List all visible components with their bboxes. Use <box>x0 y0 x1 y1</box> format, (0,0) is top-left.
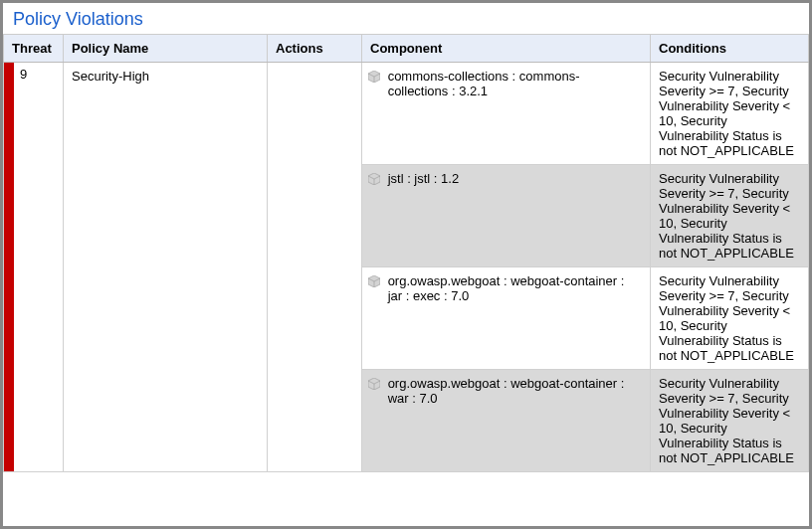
component-name: org.owasp.webgoat : webgoat-container : … <box>388 273 640 303</box>
policy-name-cell: Security-High <box>64 63 268 472</box>
component-cell: jstl : jstl : 1.2 <box>362 165 651 267</box>
actions-cell <box>268 63 362 472</box>
component-name: commons-collections : commons-collection… <box>388 69 640 98</box>
package-icon <box>368 275 380 287</box>
col-threat[interactable]: Threat <box>4 35 64 63</box>
table-header-row: Threat Policy Name Actions Component Con… <box>4 35 809 63</box>
col-actions[interactable]: Actions <box>268 35 362 63</box>
col-policy[interactable]: Policy Name <box>64 35 268 63</box>
conditions-cell: Security Vulnerability Severity >= 7, Se… <box>651 267 809 370</box>
conditions-cell: Security Vulnerability Severity >= 7, Se… <box>651 63 809 165</box>
package-icon <box>368 71 380 83</box>
conditions-cell: Security Vulnerability Severity >= 7, Se… <box>651 165 809 267</box>
conditions-cell: Security Vulnerability Severity >= 7, Se… <box>651 370 809 472</box>
package-icon <box>368 173 380 185</box>
section-title: Policy Violations <box>3 3 809 34</box>
component-name: org.owasp.webgoat : webgoat-container : … <box>388 376 640 406</box>
col-conditions[interactable]: Conditions <box>651 35 809 63</box>
component-cell: org.owasp.webgoat : webgoat-container : … <box>362 267 651 370</box>
table-row[interactable]: 9 Security-High commons-collections : co… <box>4 63 809 165</box>
component-cell: commons-collections : commons-collection… <box>362 63 651 165</box>
threat-cell: 9 <box>4 63 64 472</box>
col-component[interactable]: Component <box>362 35 651 63</box>
component-cell: org.owasp.webgoat : webgoat-container : … <box>362 370 651 472</box>
app-frame: Policy Violations Threat Policy Name Act… <box>0 0 812 529</box>
package-icon <box>368 378 380 390</box>
component-name: jstl : jstl : 1.2 <box>388 171 640 186</box>
violations-table: Threat Policy Name Actions Component Con… <box>3 34 809 472</box>
threat-severity-bar <box>4 63 14 471</box>
